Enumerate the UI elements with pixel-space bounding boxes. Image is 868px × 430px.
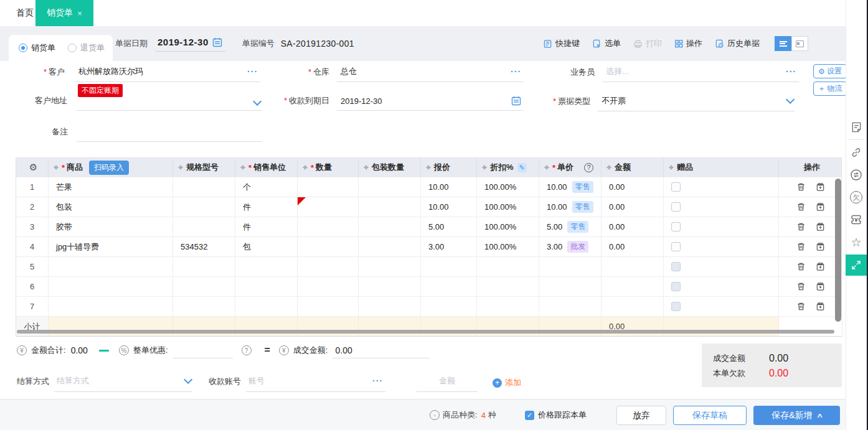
sort-icon[interactable] — [364, 162, 369, 172]
more-icon[interactable]: ··· — [247, 67, 258, 77]
cell-quote[interactable]: 5.00 — [421, 217, 477, 236]
expand-fullscreen-button[interactable] — [846, 255, 867, 276]
cell-pkg-qty[interactable] — [359, 217, 421, 236]
header-spec[interactable]: 规格型号 — [173, 158, 235, 177]
cell-price[interactable] — [539, 257, 601, 276]
delete-icon[interactable] — [796, 262, 806, 271]
header-product[interactable]: *商品扫码录入 — [49, 158, 173, 177]
scan-entry-button[interactable]: 扫码录入 — [89, 161, 129, 175]
cell-qty[interactable] — [298, 237, 359, 256]
cell-discount[interactable] — [477, 257, 539, 276]
settings-button[interactable]: ⚙设置 — [813, 64, 847, 78]
transfer-icon[interactable] — [846, 164, 867, 186]
pick-order-button[interactable]: 选单 — [592, 38, 621, 49]
cell-qty[interactable] — [298, 177, 359, 197]
calendar-icon[interactable] — [212, 37, 222, 47]
cell-price[interactable]: 10.00零售 — [539, 177, 601, 197]
header-amount[interactable]: 金额 — [601, 158, 664, 177]
arrears-icon[interactable]: 欠 — [846, 186, 867, 208]
cell-product[interactable] — [49, 277, 173, 296]
header-gift[interactable]: 赠品 — [664, 158, 779, 177]
header-quote[interactable]: 报价 — [421, 158, 477, 177]
sort-icon[interactable] — [482, 162, 487, 172]
cell-quote[interactable]: 10.00 — [421, 177, 477, 197]
calendar-icon[interactable] — [511, 96, 521, 106]
print-button[interactable]: 打印 — [633, 38, 662, 49]
cell-spec[interactable] — [173, 217, 235, 236]
delete-icon[interactable] — [796, 242, 806, 251]
final-amount-field[interactable]: 0.00 — [333, 342, 430, 358]
tab-sales-order[interactable]: 销货单 × — [35, 0, 93, 26]
logistics-button[interactable]: ＋物流 — [813, 82, 847, 96]
more-icon[interactable]: ··· — [511, 67, 521, 77]
header-unit[interactable]: *销售单位 — [235, 158, 298, 177]
header-discount[interactable]: 折扣%✎ — [477, 158, 539, 177]
cell-quote[interactable] — [421, 277, 477, 296]
copy-icon[interactable] — [816, 262, 825, 271]
customer-field[interactable]: 杭州解放路沃尔玛 ··· — [75, 66, 260, 82]
note-doc-icon[interactable] — [846, 116, 867, 138]
copy-icon[interactable] — [816, 222, 825, 231]
price-type-badge[interactable]: 批发 — [567, 241, 588, 253]
price-track-option[interactable]: ✓ 价格跟踪本单 — [525, 400, 587, 430]
delete-icon[interactable] — [796, 182, 806, 192]
cell-qty[interactable] — [298, 197, 359, 217]
invoice-type-field[interactable]: 不开票 — [598, 95, 795, 111]
account-field[interactable]: 账号 ··· — [246, 375, 385, 392]
cell-price[interactable]: 10.00零售 — [539, 197, 601, 217]
question-icon[interactable]: ? — [584, 163, 593, 172]
cell-qty[interactable] — [298, 217, 359, 236]
cell-amount[interactable]: 0.00 — [601, 217, 664, 236]
cell-unit[interactable]: 个 — [235, 177, 298, 197]
sort-icon[interactable] — [544, 162, 549, 172]
cell-spec[interactable] — [173, 297, 235, 316]
history-docs-button[interactable]: 历史单据 — [715, 38, 760, 49]
save-and-new-button[interactable]: 保存&新增∧ — [753, 406, 840, 425]
gift-checkbox[interactable] — [671, 182, 681, 192]
cell-spec[interactable] — [173, 257, 235, 276]
cell-price[interactable] — [539, 277, 601, 296]
more-icon[interactable]: ··· — [786, 67, 796, 77]
cell-quote[interactable] — [421, 257, 477, 276]
shortcut-keys-button[interactable]: 快捷键 — [543, 38, 580, 49]
sort-icon[interactable] — [240, 162, 245, 172]
cell-pkg-qty[interactable] — [359, 197, 421, 217]
cell-spec[interactable] — [173, 277, 235, 296]
cell-quote[interactable]: 3.00 — [421, 237, 477, 256]
cell-amount[interactable] — [601, 277, 664, 296]
add-payment-button[interactable]: + 添加 — [493, 377, 521, 392]
cell-discount[interactable] — [477, 297, 539, 316]
cell-pkg-qty[interactable] — [359, 277, 421, 296]
doc-date-field[interactable]: 2019-12-30 — [155, 35, 226, 52]
cell-unit[interactable]: 件 — [235, 217, 298, 236]
cell-discount[interactable]: 100.00% — [477, 177, 539, 197]
gift-checkbox[interactable] — [671, 242, 681, 251]
header-qty[interactable]: *数量 — [298, 158, 359, 177]
tab-close-icon[interactable]: × — [77, 9, 82, 18]
radio-sales-order[interactable]: 销货单 — [19, 42, 55, 54]
cell-discount[interactable]: 100.00% — [477, 237, 539, 256]
cell-qty[interactable] — [298, 297, 359, 316]
gift-checkbox[interactable] — [671, 282, 681, 291]
address-field[interactable] — [76, 100, 262, 111]
settle-method-field[interactable]: 结算方式 — [54, 375, 192, 392]
delete-icon[interactable] — [796, 302, 806, 311]
more-icon[interactable]: ··· — [372, 376, 383, 386]
cell-product[interactable] — [49, 257, 173, 276]
cell-unit[interactable]: 件 — [235, 197, 298, 217]
cell-pkg-qty[interactable] — [359, 297, 421, 316]
copy-icon[interactable] — [816, 202, 825, 212]
pay-amount-field[interactable]: 金额 — [417, 375, 478, 392]
cell-spec[interactable] — [173, 197, 235, 217]
copy-icon[interactable] — [816, 302, 825, 311]
save-draft-button[interactable]: 保存草稿 — [673, 406, 747, 425]
price-type-badge[interactable]: 零售 — [572, 201, 593, 213]
list-view-toggle[interactable] — [775, 36, 791, 51]
remark-field[interactable] — [77, 137, 262, 142]
cell-pkg-qty[interactable] — [359, 237, 421, 256]
edit-icon[interactable]: ✎ — [517, 163, 527, 172]
cell-product[interactable]: 芒果 — [49, 177, 173, 197]
card-view-toggle[interactable] — [791, 36, 808, 51]
horizontal-scrollbar[interactable] — [17, 330, 834, 334]
gear-icon[interactable]: ⚙ — [29, 162, 37, 173]
